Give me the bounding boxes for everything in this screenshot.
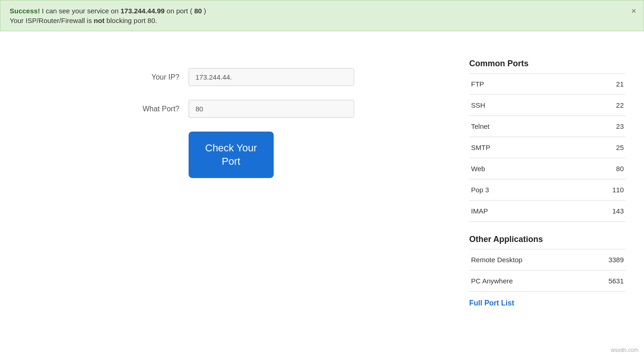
port-number: 21	[563, 74, 626, 95]
port-row: What Port?	[115, 100, 354, 118]
common-ports-table: FTP 21 SSH 22 Telnet 23 SMTP 25 Web 80 P…	[469, 73, 626, 222]
table-row[interactable]: Telnet 23	[469, 116, 626, 137]
port-name: Remote Desktop	[469, 249, 586, 271]
check-btn-row: Check Your Port	[115, 132, 354, 178]
port-number: 5631	[586, 271, 626, 292]
port-name: SSH	[469, 95, 563, 116]
right-panel: Common Ports FTP 21 SSH 22 Telnet 23 SMT…	[469, 50, 644, 317]
table-row[interactable]: Remote Desktop 3389	[469, 249, 626, 271]
full-port-list-link[interactable]: Full Port List	[469, 299, 514, 307]
port-name: IMAP	[469, 201, 563, 222]
close-banner-button[interactable]: ×	[631, 7, 636, 15]
port-name: SMTP	[469, 137, 563, 158]
table-row[interactable]: FTP 21	[469, 74, 626, 95]
banner-line1-suffix: )	[204, 7, 206, 15]
footer-credit: wsxdn.com	[611, 347, 638, 353]
table-row[interactable]: Web 80	[469, 158, 626, 179]
banner-line2: Your ISP/Router/Firewall is not blocking…	[10, 17, 625, 24]
common-ports-title: Common Ports	[469, 59, 626, 69]
banner-line1-middle: on port (	[167, 7, 192, 15]
check-btn-line1: Check Your	[205, 142, 257, 154]
table-row[interactable]: Pop 3 110	[469, 179, 626, 201]
banner-ip: 173.244.44.99	[121, 7, 165, 15]
port-name: FTP	[469, 74, 563, 95]
banner-port: 80	[194, 7, 202, 15]
table-row[interactable]: PC Anywhere 5631	[469, 271, 626, 292]
port-name: PC Anywhere	[469, 271, 586, 292]
port-number: 3389	[586, 249, 626, 271]
port-name: Web	[469, 158, 563, 179]
check-port-button[interactable]: Check Your Port	[189, 132, 274, 178]
port-number: 143	[563, 201, 626, 222]
form-area: Your IP? What Port? Check Your Port	[0, 50, 469, 317]
success-word: Success!	[10, 7, 40, 15]
check-btn-line2: Port	[222, 155, 240, 167]
ip-input[interactable]	[189, 68, 354, 86]
port-number: 25	[563, 137, 626, 158]
table-row[interactable]: SSH 22	[469, 95, 626, 116]
port-number: 110	[563, 179, 626, 201]
ip-label: Your IP?	[115, 73, 189, 81]
other-apps-title: Other Applications	[469, 235, 626, 244]
main-content: Your IP? What Port? Check Your Port Comm…	[0, 31, 644, 335]
banner-line1-prefix: I can see your service on	[42, 7, 121, 15]
port-name: Telnet	[469, 116, 563, 137]
port-label: What Port?	[115, 105, 189, 113]
success-banner: Success! I can see your service on 173.2…	[0, 0, 644, 31]
port-number: 80	[563, 158, 626, 179]
port-number: 23	[563, 116, 626, 137]
ip-row: Your IP?	[115, 68, 354, 86]
other-apps-table: Remote Desktop 3389 PC Anywhere 5631	[469, 249, 626, 292]
banner-line1: Success! I can see your service on 173.2…	[10, 7, 625, 15]
banner-line2-prefix: Your ISP/Router/Firewall is	[10, 17, 94, 24]
port-input[interactable]	[189, 100, 354, 118]
port-name: Pop 3	[469, 179, 563, 201]
table-row[interactable]: IMAP 143	[469, 201, 626, 222]
banner-line2-suffix: blocking port 80.	[106, 17, 157, 24]
port-number: 22	[563, 95, 626, 116]
banner-not: not	[94, 17, 104, 24]
table-row[interactable]: SMTP 25	[469, 137, 626, 158]
